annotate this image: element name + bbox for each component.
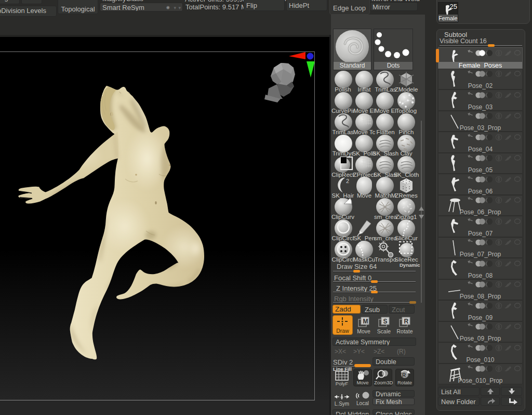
svg-text:R: R <box>402 372 406 378</box>
svg-text:S: S <box>383 318 388 325</box>
svg-text:M: M <box>363 318 368 325</box>
svg-text:2: 2 <box>346 178 349 184</box>
svg-text:R: R <box>404 318 409 325</box>
